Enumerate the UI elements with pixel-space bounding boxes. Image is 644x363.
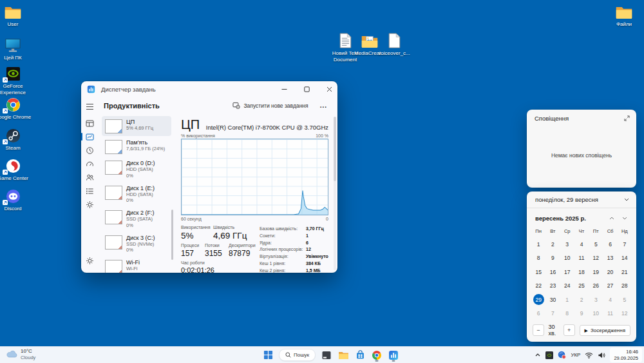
close-button[interactable] bbox=[321, 81, 337, 97]
task-manager-taskbar-icon[interactable] bbox=[388, 349, 399, 362]
desktop-app-taskbar-icon[interactable] bbox=[321, 349, 332, 362]
calendar-day[interactable]: 4 bbox=[603, 293, 617, 307]
perf-sidebar-item-пам-ять[interactable]: Пам'ять7,6/31,9 ГБ (24%) bbox=[102, 137, 171, 157]
calendar-day[interactable]: 27 bbox=[603, 279, 617, 293]
desktop-icon-google-chrome[interactable]: Google Chrome bbox=[0, 96, 33, 121]
focus-timer-increase-button[interactable]: + bbox=[564, 324, 575, 336]
details-icon[interactable] bbox=[84, 184, 97, 198]
calendar-day[interactable]: 13 bbox=[603, 251, 617, 266]
calendar-day[interactable]: 22 bbox=[531, 279, 545, 293]
services-icon[interactable] bbox=[84, 198, 97, 211]
sidebar-scrollbar[interactable] bbox=[171, 210, 173, 260]
calendar-day[interactable]: 8 bbox=[531, 251, 545, 266]
start-button[interactable] bbox=[262, 349, 274, 362]
tray-overflow-chevron-icon[interactable] bbox=[535, 353, 541, 357]
calendar-prev-month-button[interactable] bbox=[605, 213, 618, 222]
calendar-day[interactable]: 5 bbox=[589, 237, 603, 251]
startup-apps-icon[interactable] bbox=[84, 157, 97, 171]
users-icon[interactable] bbox=[84, 171, 97, 184]
calendar-day[interactable]: 2 bbox=[545, 237, 560, 251]
desktop-icon-discord[interactable]: Discord bbox=[0, 188, 33, 212]
app-orb-tray-icon[interactable] bbox=[558, 351, 566, 359]
desktop-icon-файли[interactable]: Файли bbox=[603, 3, 644, 28]
calendar-day[interactable]: 25 bbox=[574, 279, 589, 293]
calendar-day[interactable]: 17 bbox=[560, 265, 574, 279]
focus-session-button[interactable]: ▶ Зосередження bbox=[580, 325, 630, 336]
settings-gear-icon[interactable] bbox=[84, 254, 97, 268]
calendar-day[interactable]: 9 bbox=[545, 251, 560, 266]
calendar-day[interactable]: 14 bbox=[618, 251, 632, 266]
file-explorer-taskbar-icon[interactable] bbox=[337, 349, 349, 362]
calendar-day[interactable]: 10 bbox=[589, 307, 603, 321]
calendar-day[interactable]: 10 bbox=[560, 251, 574, 266]
calendar-day[interactable]: 19 bbox=[589, 265, 603, 279]
calendar-day[interactable]: 8 bbox=[560, 307, 574, 321]
desktop-icon-geforce-experience[interactable]: GeForce Experience bbox=[0, 65, 33, 95]
calendar-day[interactable]: 3 bbox=[560, 237, 574, 251]
desktop-icon-цей-пк[interactable]: Цей ПК bbox=[0, 37, 33, 61]
menu-icon[interactable] bbox=[84, 100, 97, 113]
calendar-day[interactable]: 24 bbox=[560, 279, 574, 293]
calendar-day[interactable]: 23 bbox=[545, 279, 560, 293]
desktop-icon-game-center[interactable]: Game Center bbox=[0, 157, 33, 182]
processes-icon[interactable] bbox=[84, 117, 97, 130]
desktop-icon-steam[interactable]: Steam bbox=[0, 127, 33, 152]
calendar-day[interactable]: 18 bbox=[574, 265, 589, 279]
wifi-icon[interactable] bbox=[585, 352, 593, 358]
performance-icon[interactable] bbox=[84, 130, 97, 144]
calendar-day[interactable]: 12 bbox=[589, 251, 603, 266]
cpu-stat-1: Процеси157 bbox=[181, 243, 205, 258]
calendar-day[interactable]: 6 bbox=[603, 237, 617, 251]
run-new-task-button[interactable]: Запустити нове завдання bbox=[229, 100, 312, 111]
perf-sidebar-item-диск-1-e[interactable]: Диск 1 (E:)HDD (SATA)0% bbox=[102, 182, 171, 207]
calendar-next-month-button[interactable] bbox=[618, 213, 631, 222]
calendar-weekday-header: Сб bbox=[603, 226, 617, 237]
desktop-icon-user[interactable]: User bbox=[0, 3, 33, 28]
cpu-usage-chart[interactable] bbox=[181, 139, 328, 215]
volume-icon[interactable] bbox=[598, 352, 605, 358]
calendar-day[interactable]: 7 bbox=[618, 237, 632, 251]
calendar-day[interactable]: 15 bbox=[531, 265, 545, 279]
calendar-date-header[interactable]: понеділок, 29 вересня bbox=[527, 191, 636, 208]
calendar-day[interactable]: 11 bbox=[603, 307, 617, 321]
weather-widget[interactable]: 10°C Cloudy bbox=[6, 348, 35, 360]
calendar-day[interactable]: 1 bbox=[531, 237, 545, 251]
focus-timer-decrease-button[interactable]: − bbox=[533, 324, 544, 336]
google-chrome-taskbar-icon[interactable] bbox=[371, 349, 383, 362]
calendar-day[interactable]: 2 bbox=[574, 293, 589, 307]
window-scrollbar[interactable] bbox=[334, 117, 336, 270]
title-bar[interactable]: Диспетчер завдань bbox=[81, 81, 337, 97]
calendar-day[interactable]: 11 bbox=[574, 251, 589, 266]
perf-sidebar-item-wi-fi[interactable]: Wi-FiWi-FiS: 0 R: 8,0 Кбіт/с bbox=[102, 257, 171, 273]
calendar-day[interactable]: 4 bbox=[574, 237, 589, 251]
notifications-expand-icon[interactable] bbox=[624, 115, 630, 121]
desktop-icon-voiceover-c[interactable]: voiceover_c... bbox=[374, 32, 415, 57]
calendar-day-selected[interactable]: 29 bbox=[531, 293, 545, 307]
more-options-button[interactable]: ... bbox=[317, 102, 330, 109]
calendar-day[interactable]: 5 bbox=[618, 293, 632, 307]
perf-sidebar-item-диск-0-d[interactable]: Диск 0 (D:)HDD (SATA)0% bbox=[102, 157, 171, 182]
calendar-day[interactable]: 6 bbox=[531, 307, 545, 321]
search-box[interactable]: Пошук bbox=[279, 349, 316, 361]
calendar-day[interactable]: 30 bbox=[545, 293, 560, 307]
nvidia-tray-icon[interactable] bbox=[545, 351, 553, 359]
calendar-day[interactable]: 28 bbox=[618, 279, 632, 293]
microsoft-store-taskbar-icon[interactable] bbox=[354, 349, 366, 362]
calendar-day[interactable]: 1 bbox=[560, 293, 574, 307]
perf-sidebar-item-диск-2-f[interactable]: Диск 2 (F:)SSD (SATA)0% bbox=[102, 207, 171, 231]
maximize-button[interactable] bbox=[298, 81, 315, 97]
clock-tray-button[interactable]: 16:46 29.09.2025 bbox=[610, 348, 642, 362]
calendar-day[interactable]: 3 bbox=[589, 293, 603, 307]
perf-sidebar-item-диск-3-c[interactable]: Диск 3 (C:)SSD (NVMe)0% bbox=[102, 232, 171, 257]
calendar-day[interactable]: 26 bbox=[589, 279, 603, 293]
minimize-button[interactable] bbox=[276, 81, 292, 97]
app-history-icon[interactable] bbox=[84, 144, 97, 157]
calendar-day[interactable]: 7 bbox=[545, 307, 560, 321]
calendar-day[interactable]: 20 bbox=[603, 265, 617, 279]
calendar-day[interactable]: 12 bbox=[618, 307, 632, 321]
calendar-day[interactable]: 16 bbox=[545, 265, 560, 279]
perf-sidebar-item-цп[interactable]: ЦП5% 4,69 ГГц bbox=[102, 116, 171, 136]
calendar-day[interactable]: 21 bbox=[618, 265, 632, 279]
language-indicator[interactable]: УКР bbox=[571, 352, 580, 358]
calendar-day[interactable]: 9 bbox=[574, 307, 589, 321]
